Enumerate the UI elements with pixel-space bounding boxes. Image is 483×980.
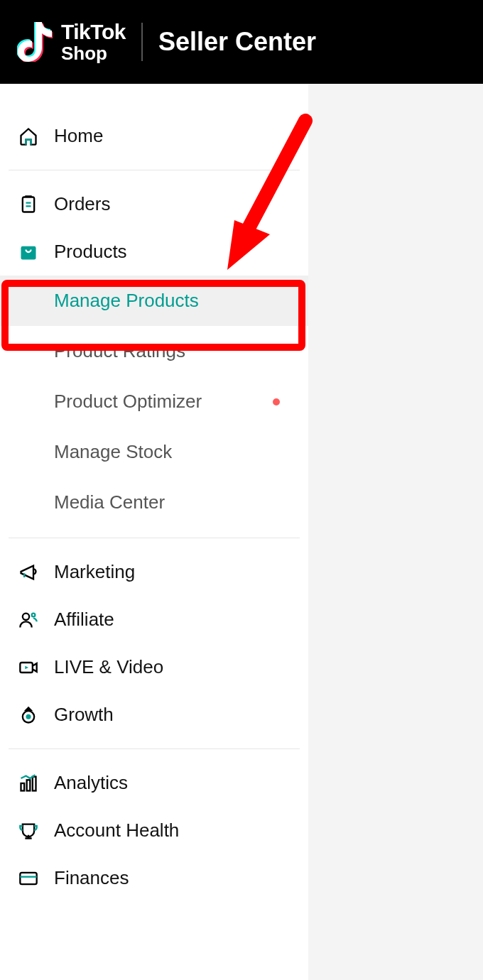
brand-sub-text: Shop (61, 44, 126, 62)
marketing-icon (18, 562, 38, 582)
live-video-icon (18, 658, 38, 677)
nav-label: Marketing (54, 561, 135, 583)
svg-point-2 (23, 613, 29, 619)
nav-orders[interactable]: Orders (0, 180, 308, 228)
nav-live-video[interactable]: LIVE & Video (0, 643, 308, 691)
svg-rect-10 (20, 872, 36, 883)
svg-rect-1 (21, 246, 36, 259)
svg-point-6 (26, 714, 31, 719)
nav-account-health[interactable]: Account Health (0, 807, 308, 854)
sidebar: Home Orders Products Manage Products Pro… (0, 84, 308, 980)
nav-sub-label: Manage Stock (54, 441, 172, 463)
svg-point-3 (32, 613, 36, 616)
divider (9, 748, 300, 749)
nav-manage-stock[interactable]: Manage Stock (0, 427, 308, 477)
main-content (308, 84, 483, 980)
nav-label: Account Health (54, 820, 179, 842)
nav-finances[interactable]: Finances (0, 854, 308, 902)
svg-rect-0 (23, 197, 34, 212)
nav-product-ratings[interactable]: Product Ratings (0, 326, 308, 376)
nav-sub-label: Product Optimizer (54, 391, 202, 413)
brand-text: TikTok (61, 21, 126, 43)
nav-label: Products (54, 241, 127, 263)
nav-products[interactable]: Products (0, 228, 308, 276)
notification-dot (273, 398, 280, 405)
affiliate-icon (18, 610, 38, 630)
tiktok-icon (17, 22, 53, 62)
nav-label: Growth (54, 704, 114, 726)
nav-label: Orders (54, 193, 110, 215)
svg-rect-8 (27, 780, 31, 790)
orders-icon (18, 195, 38, 214)
analytics-icon (18, 773, 38, 793)
svg-rect-9 (33, 776, 36, 790)
nav-label: LIVE & Video (54, 656, 163, 678)
nav-analytics[interactable]: Analytics (0, 759, 308, 807)
divider (9, 538, 300, 538)
nav-label: Home (54, 125, 103, 147)
products-icon (18, 242, 38, 262)
nav-marketing[interactable]: Marketing (0, 548, 308, 596)
nav-affiliate[interactable]: Affiliate (0, 596, 308, 643)
home-icon (18, 126, 38, 146)
header-divider (141, 23, 143, 61)
growth-icon (18, 705, 38, 725)
nav-sub-label: Media Center (54, 491, 165, 513)
divider (9, 170, 300, 170)
nav-label: Finances (54, 867, 129, 889)
tiktok-shop-logo[interactable]: TikTok Shop (17, 21, 126, 62)
nav-label: Affiliate (54, 609, 114, 631)
nav-manage-products[interactable]: Manage Products (0, 276, 308, 326)
nav-sub-label: Product Ratings (54, 340, 185, 362)
nav-home[interactable]: Home (0, 112, 308, 160)
nav-product-optimizer[interactable]: Product Optimizer (0, 376, 308, 427)
header: TikTok Shop Seller Center (0, 0, 483, 84)
nav-growth[interactable]: Growth (0, 691, 308, 739)
finances-icon (18, 869, 38, 888)
nav-label: Analytics (54, 772, 128, 794)
nav-media-center[interactable]: Media Center (0, 477, 308, 528)
svg-rect-7 (21, 783, 25, 791)
header-title: Seller Center (158, 27, 316, 57)
account-health-icon (18, 821, 38, 841)
nav-sub-label: Manage Products (54, 290, 199, 312)
